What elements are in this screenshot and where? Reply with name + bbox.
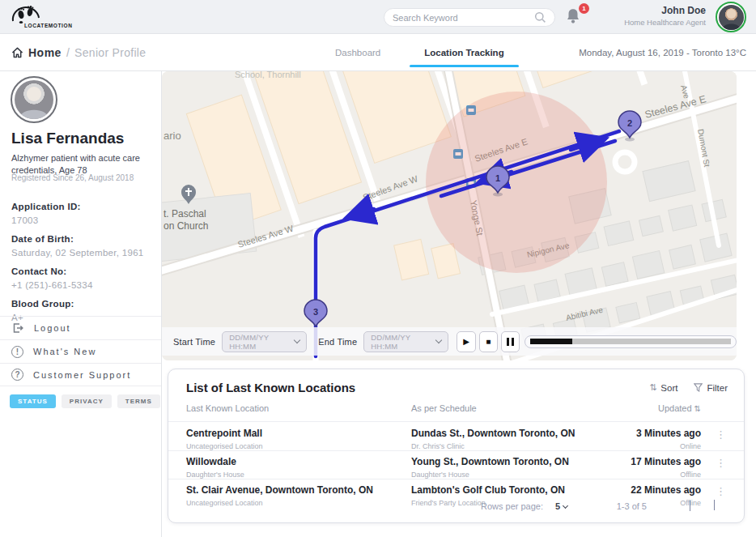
user-avatar-image <box>719 5 744 30</box>
search-bar[interactable] <box>384 8 555 27</box>
field-label-dob: Date of Birth: <box>11 234 155 244</box>
updated-time: 22 Minutes ago <box>631 484 701 496</box>
filter-label: Filter <box>707 383 728 393</box>
chevron-down-icon <box>435 337 442 343</box>
breadcrumb: Home / Senior Profile <box>11 34 146 71</box>
chevron-right-icon <box>714 500 715 510</box>
home-icon <box>11 47 23 58</box>
sort-icon: ⇅ <box>694 404 701 413</box>
field-value-contact: +1 (251)-661-5334 <box>11 280 155 290</box>
field-label-contact: Contact No: <box>11 266 155 276</box>
sort-label: Sort <box>660 383 677 393</box>
row-menu-button[interactable]: ⋮ <box>716 429 726 440</box>
updated-time: 3 Minutes ago <box>636 428 701 439</box>
playback-progress-bar[interactable] <box>525 335 737 348</box>
user-avatar[interactable] <box>716 2 746 32</box>
rows-per-page-label: Rows per page: <box>481 501 543 511</box>
location-name: Centrepoint Mall <box>186 428 263 439</box>
column-header-schedule[interactable]: As per Schedule <box>411 403 477 413</box>
search-icon <box>534 11 546 23</box>
divider <box>168 479 744 479</box>
connection-status: Offline <box>631 471 701 479</box>
stop-button[interactable]: ■ <box>479 331 498 352</box>
status-button[interactable]: STATUS <box>10 394 56 408</box>
sidebar-item-label: What's New <box>33 347 96 356</box>
start-time-input[interactable]: DD/MM/YY HH:MM <box>222 331 307 352</box>
playback-control-bar: Start Time DD/MM/YY HH:MM End Time DD/MM… <box>162 327 737 356</box>
location-category: Uncategorised Location <box>186 442 263 450</box>
app-logo[interactable]: LOCATEMOTION <box>8 2 89 32</box>
stop-icon: ■ <box>486 337 491 346</box>
column-header-location[interactable]: Last Known Location <box>186 403 269 413</box>
field-value-application-id: 17003 <box>11 215 155 225</box>
region-label-ontario-partial: ario <box>164 130 181 142</box>
row-menu-button[interactable]: ⋮ <box>716 486 726 497</box>
schedule-location: Lambton's Golf Club Toronto, ON <box>411 484 565 496</box>
schedule-category: Daughter's House <box>411 471 569 479</box>
logout-icon <box>11 322 24 335</box>
row-menu-button[interactable]: ⋮ <box>716 458 726 468</box>
previous-page-button[interactable] <box>690 501 690 510</box>
sidebar-item-label: Logout <box>34 323 71 333</box>
user-role: Home Healthcare Agent <box>624 18 706 27</box>
table-header-row: Last Known Location As per Schedule Upda… <box>168 403 744 416</box>
next-page-button[interactable] <box>714 501 715 510</box>
poi-label-church-1: t. Paschal <box>164 208 206 219</box>
tab-bar: Dashboard Location Tracking <box>332 34 508 71</box>
sort-button[interactable]: ⇅ Sort <box>649 382 677 393</box>
play-button[interactable]: ▶ <box>457 331 475 352</box>
pagination-range: 1-3 of 5 <box>617 501 647 511</box>
play-icon: ▶ <box>463 337 469 346</box>
breadcrumb-home[interactable]: Home <box>28 46 62 59</box>
field-label-application-id: Application ID: <box>11 202 155 211</box>
exclamation-icon: ! <box>11 346 23 358</box>
schedule-location: Young St., Downtown Toronto, ON <box>411 456 569 467</box>
end-time-input[interactable]: DD/MM/YY HH:MM <box>363 331 448 352</box>
breadcrumb-separator: / <box>66 46 70 59</box>
user-info[interactable]: John Doe Home Healthcare Agent <box>624 5 706 27</box>
breadcrumb-current: Senior Profile <box>74 46 146 59</box>
chevron-down-icon <box>563 503 568 509</box>
end-time-label: End Time <box>318 337 357 347</box>
pin-number: 2 <box>627 118 632 128</box>
notification-badge: 1 <box>579 3 589 14</box>
schedule-location: Dundas St., Downtown Toronto, ON <box>411 428 575 439</box>
sidebar-item-whats-new[interactable]: ! What's New <box>0 339 161 363</box>
user-name: John Doe <box>624 5 706 16</box>
divider <box>168 450 744 451</box>
sidebar: Lisa Fernandas Alzhymer patient with acu… <box>0 71 162 537</box>
tab-location-tracking[interactable]: Location Tracking <box>421 36 507 69</box>
poi-label-church-2: on Church <box>164 220 208 232</box>
chevron-down-icon <box>294 337 300 343</box>
search-input[interactable] <box>393 13 534 23</box>
updated-time: 17 Minutes ago <box>631 456 701 467</box>
patient-registered: Registered Since 26, August 2018 <box>11 173 134 182</box>
privacy-button[interactable]: PRIVACY <box>62 394 112 408</box>
location-tracking-map[interactable]: Steeles Ave W Steeles Ave W Steeles Ave … <box>162 71 737 360</box>
card-tools: ⇅ Sort Filter <box>649 382 728 393</box>
sidebar-item-customer-support[interactable]: ? Customer Support <box>0 363 161 386</box>
sort-icon: ⇅ <box>649 382 656 393</box>
filter-button[interactable]: Filter <box>694 382 728 393</box>
terms-button[interactable]: TERMS <box>117 394 160 408</box>
divider <box>168 421 744 422</box>
date-weather: Monday, August 16, 2019 - Toronto 13°C <box>579 34 746 71</box>
field-value-dob: Saturday, 02 September, 1961 <box>11 248 155 258</box>
column-header-updated[interactable]: Updated ⇅ <box>658 403 701 413</box>
sidebar-menu: Logout ! What's New ? Customer Support <box>0 316 161 386</box>
geofence-radius-circle <box>426 92 607 273</box>
start-time-label: Start Time <box>173 337 215 347</box>
end-time-placeholder: DD/MM/YY HH:MM <box>371 333 436 351</box>
secondary-nav: Home / Senior Profile Dashboard Location… <box>0 34 756 71</box>
notifications-button[interactable]: 1 <box>565 6 586 29</box>
schedule-category: Dr. Chris's Clinic <box>411 442 575 450</box>
sidebar-item-logout[interactable]: Logout <box>0 316 161 339</box>
rows-per-page-select[interactable]: 5 <box>555 501 567 511</box>
location-name: Willowdale <box>186 456 244 467</box>
patient-avatar <box>11 76 57 123</box>
tab-dashboard[interactable]: Dashboard <box>332 36 384 69</box>
map-canvas: Steeles Ave W Steeles Ave W Steeles Ave … <box>162 71 737 360</box>
patient-name: Lisa Fernandas <box>11 130 124 147</box>
last-known-locations-card: List of Last Known Locations ⇅ Sort Filt… <box>168 369 745 523</box>
pause-button[interactable] <box>501 331 520 352</box>
